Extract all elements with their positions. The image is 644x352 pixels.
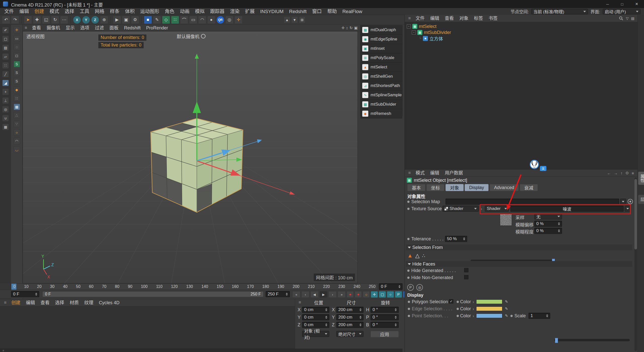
edge-color-swatch[interactable] xyxy=(476,306,502,311)
redo-icon[interactable]: ↷ xyxy=(11,16,19,24)
palette-item-mtinset[interactable]: ▣mtInset xyxy=(360,44,402,53)
pan-view-icon[interactable]: ✛ xyxy=(341,26,345,30)
om-menu-bookmarks[interactable]: 书签 xyxy=(486,15,500,22)
stepper-icon[interactable] xyxy=(395,316,397,319)
floor-icon[interactable]: ▭ xyxy=(189,16,197,24)
undo-icon[interactable]: ↶ xyxy=(2,16,10,24)
model-mode-icon[interactable]: ▢ xyxy=(2,36,9,42)
coordinate-mode-dropdown[interactable]: 对象 (相对) xyxy=(302,331,329,337)
menu-redshift[interactable]: Redshift xyxy=(286,8,309,15)
keyframe-dot[interactable] xyxy=(407,201,410,203)
current-frame-field[interactable]: 0 F xyxy=(379,283,403,290)
zoom-view-icon[interactable]: ↕ xyxy=(346,26,348,30)
palette-item-mtsubdivider[interactable]: ▩mtSubDivider xyxy=(360,100,402,109)
target-icon[interactable]: ◎ xyxy=(225,16,233,24)
stepper-icon[interactable] xyxy=(359,308,361,311)
am-menu-userdata[interactable]: 用户数据 xyxy=(442,169,466,177)
mat-menu-material[interactable]: 材质 xyxy=(67,299,82,306)
menu-help[interactable]: 帮助 xyxy=(325,8,340,15)
menu-edit[interactable]: 编辑 xyxy=(17,8,32,15)
keyframe-dot[interactable] xyxy=(407,270,410,272)
menu-file[interactable]: 文件 xyxy=(2,8,17,15)
vp-menu-view[interactable]: 查看 xyxy=(29,24,44,31)
menu-simulate[interactable]: 模拟 xyxy=(192,8,207,15)
menu-extensions[interactable]: 扩展 xyxy=(242,8,257,15)
history-forward-icon[interactable]: → xyxy=(614,171,618,175)
stepper-icon[interactable] xyxy=(558,222,560,225)
panel-menu-icon[interactable]: ≡ xyxy=(297,300,303,305)
scale-slider[interactable] xyxy=(554,339,630,341)
expand-icon[interactable]: − xyxy=(407,24,411,28)
panel-menu-icon[interactable]: ≡ xyxy=(406,16,413,21)
lock-panel-icon[interactable]: ⊙ xyxy=(626,171,629,175)
stepper-icon[interactable] xyxy=(463,237,465,240)
keyframe-dot[interactable] xyxy=(407,277,410,279)
stepper-icon[interactable] xyxy=(398,285,400,288)
object-row-cube[interactable]: └ ■ 立方体 xyxy=(419,35,443,41)
stepper-icon[interactable] xyxy=(395,308,397,311)
om-menu-view[interactable]: 查看 xyxy=(442,15,457,22)
menu-mode[interactable]: 模式 xyxy=(47,8,62,15)
polygon-color-swatch[interactable] xyxy=(476,299,502,304)
palette-item-mtsplinesample[interactable]: ∿mtSplineSample xyxy=(360,91,402,100)
view-options-icon[interactable]: ▤ xyxy=(631,16,634,20)
hide-generated-checkbox[interactable] xyxy=(464,268,468,272)
tab-layers[interactable]: 层 xyxy=(638,195,644,204)
support-o-icon[interactable]: ◎ xyxy=(416,284,423,291)
arc-draw-icon[interactable]: ◡ xyxy=(14,146,20,153)
mat-menu-edit[interactable]: 编辑 xyxy=(23,299,38,306)
shader-menu-button[interactable] xyxy=(625,206,631,212)
edge-snap-icon[interactable]: ∵ xyxy=(14,121,20,127)
polygon-selection-checkbox[interactable]: ✓ xyxy=(449,299,453,303)
deformer-bend-icon[interactable]: ⌒ xyxy=(180,16,188,24)
history-back-icon[interactable]: ← xyxy=(607,171,611,175)
viewport-scene[interactable]: Y Z X xyxy=(23,31,358,283)
panel-menu-icon[interactable]: ≡ xyxy=(632,171,634,175)
make-editable-icon[interactable]: ✐ xyxy=(2,27,9,33)
live-selection-icon[interactable]: ➤ xyxy=(24,16,32,24)
mograph-cloner-icon[interactable]: ∷ xyxy=(171,16,179,24)
viewport-solo-icon[interactable]: ◎ xyxy=(2,106,9,113)
size-y-field[interactable]: 200 cm xyxy=(336,314,364,320)
slider-thumb[interactable] xyxy=(555,338,558,343)
next-frame-button[interactable]: › xyxy=(329,291,337,298)
workplane-snap-icon[interactable]: ▦ xyxy=(2,124,9,130)
sampling-dropdown[interactable]: 无 xyxy=(534,213,562,219)
record-parameter-toggle[interactable]: P xyxy=(395,291,402,298)
menu-volume[interactable]: 体积 xyxy=(122,8,137,15)
menu-realflow[interactable]: RealFlow xyxy=(340,8,365,15)
lock-x-axis-icon[interactable]: X xyxy=(73,16,81,24)
palette-item-mtdualgraph[interactable]: ▦mtDualGraph xyxy=(360,25,402,35)
edges-mode-icon[interactable]: ╱ xyxy=(2,71,9,77)
primitive-cube-icon[interactable]: ■ xyxy=(144,16,152,24)
panel-menu-icon[interactable]: ≡ xyxy=(0,349,4,352)
scrollbar-thumb[interactable] xyxy=(634,179,637,249)
play-button[interactable]: ▶ xyxy=(319,291,328,298)
record-scale-toggle[interactable]: ▢ xyxy=(379,291,386,298)
toggle-panel-icon[interactable]: ▣ xyxy=(354,26,358,30)
palette-item-mtpolyscale[interactable]: ⊞mtPolyScale xyxy=(360,53,402,63)
snap-enable-icon[interactable]: S xyxy=(14,61,20,67)
panel-menu-icon[interactable]: ≡ xyxy=(23,25,29,30)
pick-target-icon[interactable] xyxy=(628,199,633,204)
support-p-icon[interactable]: P xyxy=(407,284,414,291)
am-menu-edit[interactable]: 编辑 xyxy=(427,169,442,177)
menu-mograph[interactable]: 运动图形 xyxy=(137,8,162,15)
point-color-swatch[interactable] xyxy=(476,314,502,318)
palette-item-mtedgespline[interactable]: ◉mtEdgeSpline xyxy=(360,35,402,44)
tab-coordinates[interactable]: 坐标 xyxy=(426,184,445,191)
keyframe-selection-button[interactable]: ○ xyxy=(363,291,370,298)
pos-x-field[interactable]: 0 cm xyxy=(302,307,329,313)
stepper-icon[interactable] xyxy=(35,293,37,296)
menu-character[interactable]: 角色 xyxy=(162,8,177,15)
panel-menu-icon[interactable]: ≡ xyxy=(2,300,9,305)
vp-menu-cameras[interactable]: 摄像机 xyxy=(44,24,63,31)
shader-preview-thumbnail[interactable] xyxy=(500,214,512,226)
snap-3d-icon[interactable]: S xyxy=(14,69,20,76)
menu-tools[interactable]: 工具 xyxy=(77,8,92,15)
hide-faces-header[interactable]: Hide Faces xyxy=(406,261,632,267)
camera-label-group[interactable]: 默认摄像机 xyxy=(177,33,206,39)
search-icon[interactable] xyxy=(619,16,623,21)
mirror-icon[interactable]: ◆ xyxy=(14,86,20,93)
rect-select-icon[interactable]: ▭ xyxy=(14,35,20,42)
